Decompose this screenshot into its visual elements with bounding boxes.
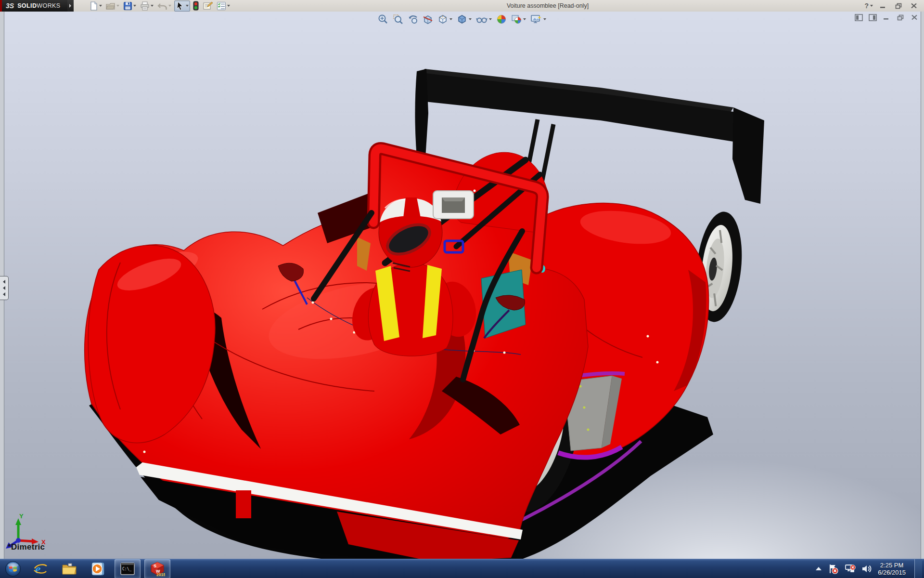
restore-icon bbox=[895, 3, 902, 9]
graphics-viewport[interactable]: Y X *Dimetric bbox=[0, 12, 924, 559]
dropdown-icon[interactable] bbox=[151, 5, 154, 7]
show-hidden-icons-button[interactable] bbox=[815, 566, 822, 571]
up-arrow-icon bbox=[815, 566, 822, 571]
taskbar-item-command-prompt[interactable]: C:\_ bbox=[115, 559, 141, 578]
system-tray: 2:25 PM 6/26/2015 bbox=[815, 559, 924, 578]
doc-restore-button[interactable] bbox=[896, 13, 905, 21]
solidworks-window: 3S SOLIDWORKS bbox=[0, 0, 924, 578]
close-button[interactable] bbox=[909, 2, 919, 10]
print-button[interactable] bbox=[139, 1, 154, 11]
taskbar-item-internet-explorer[interactable]: e bbox=[28, 560, 53, 578]
media-player-icon bbox=[91, 562, 105, 576]
zoom-to-area-icon bbox=[393, 14, 403, 25]
dropdown-icon[interactable] bbox=[99, 5, 102, 7]
left-pane-toggle-button[interactable] bbox=[854, 13, 863, 21]
dropdown-icon[interactable] bbox=[227, 5, 230, 7]
svg-text:e: e bbox=[35, 562, 41, 576]
restore-button[interactable] bbox=[893, 2, 904, 10]
doc-close-button[interactable] bbox=[910, 13, 919, 21]
triad-y-label: Y bbox=[19, 512, 24, 520]
menu-expand-arrow[interactable] bbox=[67, 0, 74, 12]
dropdown-icon[interactable] bbox=[489, 18, 492, 20]
previous-view-button[interactable] bbox=[407, 13, 419, 25]
view-orientation-button[interactable] bbox=[437, 13, 453, 25]
dropdown-icon[interactable] bbox=[168, 5, 171, 7]
dropdown-icon[interactable] bbox=[186, 5, 189, 7]
3ds-logo-icon: 3S bbox=[6, 2, 14, 10]
svg-text:S: S bbox=[154, 564, 156, 568]
action-center-flag-icon bbox=[828, 564, 838, 574]
zoom-to-area-button[interactable] bbox=[392, 13, 404, 25]
open-folder-icon bbox=[106, 1, 116, 11]
headsup-view-toolbar bbox=[374, 13, 550, 26]
internet-explorer-icon: e bbox=[33, 562, 48, 576]
right-pane-toggle-button[interactable] bbox=[868, 13, 877, 21]
save-floppy-icon bbox=[123, 1, 132, 11]
save-button[interactable] bbox=[122, 1, 137, 11]
help-button[interactable]: ? bbox=[864, 2, 873, 10]
viewport-right-frame bbox=[921, 12, 924, 559]
display-style-button[interactable] bbox=[456, 13, 472, 25]
new-document-button[interactable] bbox=[88, 1, 103, 11]
network-icon bbox=[844, 564, 856, 574]
undo-button[interactable] bbox=[156, 1, 172, 11]
view-settings-button[interactable] bbox=[530, 13, 547, 25]
taskbar-item-windows-explorer[interactable] bbox=[57, 560, 82, 578]
network-status-button[interactable] bbox=[844, 564, 856, 574]
dropdown-icon[interactable] bbox=[449, 18, 452, 20]
zoom-to-fit-button[interactable] bbox=[377, 13, 389, 25]
options-button[interactable] bbox=[216, 1, 231, 11]
select-tool-button[interactable] bbox=[174, 0, 190, 12]
dropdown-icon[interactable] bbox=[116, 5, 119, 7]
taskbar-item-solidworks[interactable]: S W 2015 bbox=[144, 559, 170, 578]
view-settings-icon bbox=[530, 14, 542, 25]
volume-button[interactable] bbox=[861, 564, 872, 574]
doc-minimize-button[interactable] bbox=[882, 13, 891, 21]
featuremanager-collapse-tab[interactable] bbox=[0, 276, 9, 300]
close-icon bbox=[911, 3, 917, 9]
dropdown-icon[interactable] bbox=[523, 18, 526, 20]
open-document-button[interactable] bbox=[105, 1, 120, 11]
dropdown-icon[interactable] bbox=[870, 5, 873, 7]
left-pane-icon bbox=[855, 14, 863, 21]
section-view-button[interactable] bbox=[422, 13, 434, 25]
clock-time: 2:25 PM bbox=[878, 562, 906, 569]
select-cursor-icon bbox=[176, 1, 185, 11]
standard-toolbar bbox=[88, 0, 231, 12]
file-properties-button[interactable] bbox=[202, 0, 214, 11]
command-prompt-icon: C:\_ bbox=[120, 563, 135, 575]
taskbar-clock[interactable]: 2:25 PM 6/26/2015 bbox=[878, 562, 906, 576]
window-title: Voiture assomblee [Read-only] bbox=[231, 2, 865, 9]
display-style-icon bbox=[457, 14, 467, 25]
taskbar-item-media-player[interactable] bbox=[86, 560, 111, 578]
sw-year-label: 2015 bbox=[156, 572, 165, 577]
show-desktop-button[interactable] bbox=[914, 559, 922, 578]
new-document-icon bbox=[89, 1, 98, 11]
apply-scene-icon bbox=[511, 14, 522, 25]
edit-appearance-button[interactable] bbox=[496, 13, 507, 25]
dropdown-icon[interactable] bbox=[133, 5, 136, 7]
traffic-light-icon bbox=[193, 1, 199, 11]
car-model-render[interactable] bbox=[0, 12, 924, 559]
splitter-post bbox=[236, 490, 251, 518]
minimize-button[interactable] bbox=[878, 2, 888, 10]
hide-show-items-button[interactable] bbox=[475, 13, 492, 25]
dropdown-icon[interactable] bbox=[469, 18, 472, 20]
clock-date: 6/26/2015 bbox=[878, 569, 906, 576]
right-pane-icon bbox=[869, 14, 877, 21]
rebuild-button[interactable] bbox=[192, 0, 200, 11]
printer-icon bbox=[140, 1, 150, 11]
zoom-to-fit-icon bbox=[378, 14, 388, 25]
section-view-icon bbox=[423, 14, 433, 25]
dropdown-icon[interactable] bbox=[543, 18, 546, 20]
left-arrow-icon bbox=[3, 280, 5, 284]
windows-start-orb-icon bbox=[5, 561, 21, 577]
undo-arrow-icon bbox=[157, 1, 167, 11]
action-center-button[interactable] bbox=[828, 564, 838, 574]
cmd-prompt-text: C:\_ bbox=[122, 567, 131, 571]
speaker-icon bbox=[861, 564, 872, 574]
windows-taskbar: e C:\_ bbox=[0, 559, 924, 578]
apply-scene-button[interactable] bbox=[511, 13, 526, 25]
start-button[interactable] bbox=[0, 559, 26, 578]
brand-works: WORKS bbox=[37, 2, 60, 9]
